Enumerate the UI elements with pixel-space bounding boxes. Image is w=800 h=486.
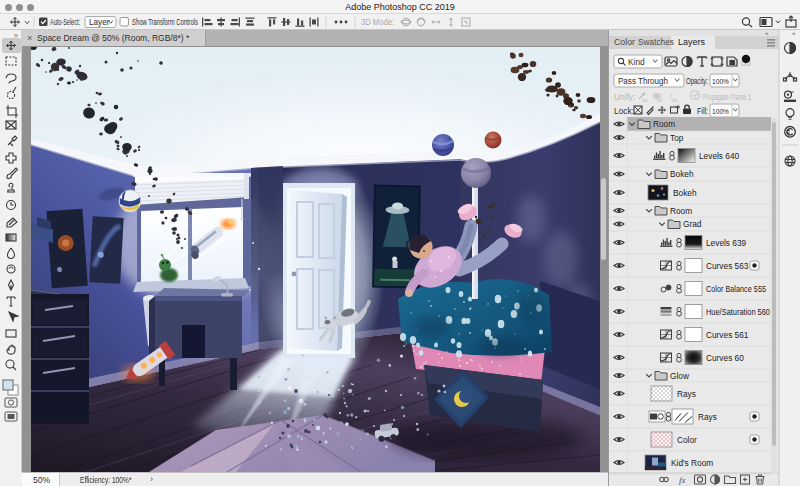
svg-text:oo: oo bbox=[642, 97, 648, 103]
svg-text:Swatches: Swatches bbox=[638, 37, 674, 47]
svg-text:Propagate Frame 1: Propagate Frame 1 bbox=[703, 92, 751, 102]
svg-text:Unify:: Unify: bbox=[614, 92, 635, 102]
svg-text:Bokeh: Bokeh bbox=[670, 169, 694, 179]
svg-text:3D Mode:: 3D Mode: bbox=[361, 18, 394, 27]
svg-text:Hue/Saturation 560: Hue/Saturation 560 bbox=[706, 307, 770, 317]
svg-text:Rays: Rays bbox=[677, 389, 696, 399]
svg-text:oo: oo bbox=[657, 97, 663, 103]
svg-text:Levels 639: Levels 639 bbox=[706, 238, 747, 248]
svg-text:Fill:: Fill: bbox=[697, 106, 708, 116]
svg-text:Room: Room bbox=[670, 206, 692, 216]
svg-text:Levels 640: Levels 640 bbox=[699, 151, 740, 161]
svg-text:Kid's Room: Kid's Room bbox=[671, 458, 713, 468]
svg-text:Layers: Layers bbox=[678, 37, 705, 47]
svg-text:Grad: Grad bbox=[683, 219, 702, 229]
svg-text:Glow: Glow bbox=[670, 371, 690, 381]
svg-text:»: » bbox=[14, 32, 18, 39]
svg-text:oo: oo bbox=[672, 97, 678, 103]
svg-text:Auto-Select:: Auto-Select: bbox=[50, 18, 80, 27]
svg-text:Layer: Layer bbox=[89, 18, 110, 27]
svg-text:Curves 561: Curves 561 bbox=[706, 330, 749, 340]
svg-text:Color: Color bbox=[614, 37, 635, 47]
svg-text:Curves 563: Curves 563 bbox=[706, 261, 749, 271]
svg-text:100%: 100% bbox=[712, 77, 729, 86]
svg-text:Show Transform Controls: Show Transform Controls bbox=[132, 18, 198, 27]
svg-text:Opacity:: Opacity: bbox=[686, 76, 708, 86]
svg-text:Color: Color bbox=[677, 435, 697, 445]
svg-text:Bokeh: Bokeh bbox=[673, 188, 697, 198]
svg-text:Curves 60: Curves 60 bbox=[706, 353, 744, 363]
svg-text:Kind: Kind bbox=[628, 57, 645, 67]
svg-text:Color Balance 555: Color Balance 555 bbox=[706, 284, 766, 294]
svg-text:Lock:: Lock: bbox=[614, 106, 634, 116]
svg-text:fx: fx bbox=[679, 475, 686, 485]
svg-text:Top: Top bbox=[670, 133, 684, 143]
svg-text:Pass Through: Pass Through bbox=[618, 76, 668, 86]
svg-text:100%: 100% bbox=[712, 107, 729, 116]
svg-text:Rays: Rays bbox=[698, 412, 717, 422]
svg-text:Room: Room bbox=[653, 119, 675, 129]
